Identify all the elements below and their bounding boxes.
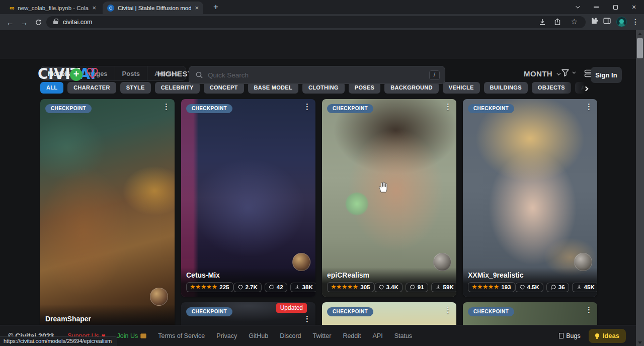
model-card-cetus-mix[interactable]: CHECKPOINT ⋮ Cetus-Mix ★★★★★225 2.7K 42 … (181, 99, 315, 297)
comments-pill[interactable]: 42 (265, 283, 287, 292)
join-us-link[interactable]: Join Us (117, 332, 147, 339)
chip-character[interactable]: CHARACTER (67, 82, 116, 94)
model-card-dreamshaper[interactable]: CHECKPOINT ⋮ DreamShaper (40, 99, 175, 325)
heart-icon (378, 284, 384, 290)
rating-pill[interactable]: ★★★★★193 (468, 282, 515, 292)
money-icon (140, 333, 146, 338)
rating-pill[interactable]: ★★★★★305 (327, 282, 374, 292)
scrollbar-thumb[interactable] (637, 38, 643, 58)
tab-close-icon[interactable]: × (195, 4, 199, 12)
window-close-button[interactable]: × (625, 0, 642, 14)
chip-scroll-right-icon[interactable] (584, 83, 588, 93)
chip-buildings[interactable]: BUILDINGS (484, 82, 528, 94)
model-card-partial[interactable]: Updated CHECKPOINT ⋮ (181, 302, 315, 325)
lock-icon (53, 21, 58, 24)
comment-icon (269, 284, 275, 290)
tab-close-icon[interactable]: × (92, 4, 96, 12)
card-menu-dots-icon[interactable]: ⋮ (444, 305, 452, 314)
downloads-count: 59K (443, 284, 454, 290)
page-scrollbar[interactable] (636, 30, 644, 346)
browser-menu-dots-icon[interactable]: ⋮ (632, 18, 639, 26)
rating-pill[interactable]: ★★★★★225 (186, 282, 233, 292)
footer-link-terms[interactable]: Terms of Service (158, 332, 205, 339)
hand-cursor (377, 181, 388, 195)
bugs-link[interactable]: Bugs (559, 332, 581, 339)
favorites-heart-icon[interactable]: ♡ (86, 65, 99, 82)
likes-pill[interactable]: 2.7K (233, 283, 262, 292)
scrollbar-down-icon[interactable] (636, 339, 644, 346)
card-menu-dots-icon[interactable]: ⋮ (303, 102, 311, 111)
footer-link-api[interactable]: API (373, 332, 383, 339)
likes-pill[interactable]: 3.4K (374, 283, 403, 292)
model-card-partial[interactable]: CHECKPOINT ⋮ (322, 302, 456, 325)
scrollbar-up-icon[interactable] (636, 30, 644, 37)
star-icons: ★★★★★ (190, 284, 217, 290)
side-panel-icon[interactable] (603, 17, 611, 27)
browser-tab-civitai[interactable]: C Civitai | Stable Diffusion models, × (103, 2, 203, 14)
likes-pill[interactable]: 4.5K (515, 283, 543, 292)
downloads-pill[interactable]: 38K (290, 283, 315, 292)
search-input[interactable] (208, 71, 429, 79)
chip-style[interactable]: STYLE (120, 82, 151, 94)
share-icon[interactable] (553, 18, 561, 28)
footer-link-privacy[interactable]: Privacy (216, 332, 237, 339)
comments-pill[interactable]: 91 (406, 283, 428, 292)
rating-count: 305 (360, 284, 370, 290)
search-icon (195, 71, 203, 79)
ideas-button[interactable]: Ideas (589, 329, 626, 343)
new-tab-button[interactable]: + (210, 1, 222, 13)
model-card-epicrealism[interactable]: CHECKPOINT ⋮ epiCRealism ★★★★★305 3.4K 9… (322, 99, 456, 297)
forward-icon[interactable]: → (17, 14, 31, 30)
creator-avatar[interactable] (150, 288, 168, 306)
comments-pill[interactable]: 36 (546, 283, 569, 292)
bookmark-star-icon[interactable]: ☆ (571, 17, 578, 26)
window-minimize-button[interactable] (588, 0, 605, 14)
download-icon (435, 284, 441, 290)
civitai-favicon: C (107, 5, 114, 12)
browser-tab-colab[interactable]: ∞ new_colab_file.ipynb - Colaborat × (5, 2, 101, 14)
model-card-xxmix9realistic[interactable]: CHECKPOINT ⋮ XXMix_9realistic ★★★★★193 4… (463, 99, 597, 297)
sign-in-button[interactable]: Sign In (591, 67, 622, 83)
window-restore-button[interactable] (607, 0, 624, 14)
address-bar[interactable]: civitai.com ☆ (46, 16, 586, 28)
footer-link-github[interactable]: GitHub (249, 332, 268, 339)
downloads-pill[interactable]: 45K (572, 283, 597, 292)
likes-count: 2.7K (246, 284, 258, 290)
back-icon[interactable]: ← (3, 14, 17, 30)
footer-link-twitter[interactable]: Twitter (313, 332, 332, 339)
model-title: Cetus-Mix (186, 271, 310, 279)
card-menu-dots-icon[interactable]: ⋮ (444, 102, 452, 111)
footer-link-discord[interactable]: Discord (280, 332, 301, 339)
tab-posts[interactable]: Posts (115, 66, 147, 80)
bug-icon (559, 333, 564, 338)
model-card-partial[interactable]: CHECKPOINT ⋮ (463, 302, 597, 325)
download-icon (576, 284, 582, 290)
extensions-puzzle-icon[interactable] (590, 17, 598, 27)
chip-vehicle[interactable]: VEHICLE (443, 82, 480, 94)
likes-count: 3.4K (386, 284, 398, 290)
comment-icon (410, 284, 416, 290)
quick-search-box[interactable]: / (189, 66, 445, 84)
period-select[interactable]: MONTH (524, 69, 559, 78)
model-title: XXMix_9realistic (468, 271, 592, 279)
colab-icon: ∞ (10, 5, 14, 11)
footer-link-status[interactable]: Status (394, 332, 412, 339)
checkpoint-badge: CHECKPOINT (327, 104, 373, 113)
reload-icon[interactable] (31, 14, 45, 30)
create-plus-button[interactable]: + (70, 68, 83, 81)
checkpoint-badge: CHECKPOINT (468, 307, 514, 316)
card-menu-dots-icon[interactable]: ⋮ (163, 102, 170, 111)
download-icon[interactable] (538, 18, 546, 28)
card-menu-dots-icon[interactable]: ⋮ (585, 102, 593, 111)
filter-funnel-button[interactable] (561, 68, 575, 77)
comments-count: 36 (558, 284, 565, 290)
checkpoint-badge: CHECKPOINT (45, 104, 92, 113)
card-menu-dots-icon[interactable]: ⋮ (585, 305, 593, 314)
tab-search-chevron-icon[interactable] (569, 0, 586, 14)
downloads-pill[interactable]: 59K (431, 283, 456, 292)
chip-all[interactable]: ALL (40, 82, 63, 94)
browser-profile-avatar[interactable] (616, 17, 627, 27)
footer-link-reddit[interactable]: Reddit (343, 332, 361, 339)
card-menu-dots-icon[interactable]: ⋮ (303, 314, 311, 323)
model-title: DreamShaper (45, 315, 170, 323)
